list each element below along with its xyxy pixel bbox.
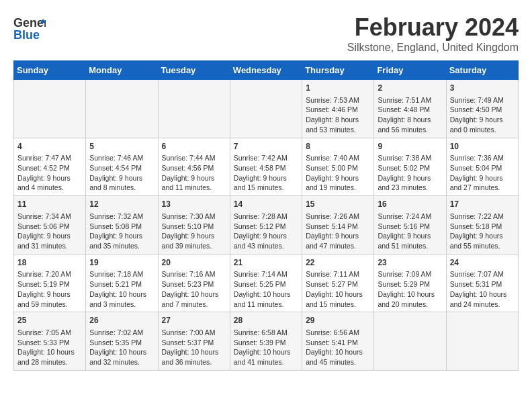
day-info: Sunrise: 7:11 AM (306, 269, 370, 279)
day-info: Sunrise: 7:40 AM (306, 153, 370, 163)
day-info: Sunset: 4:46 PM (306, 105, 370, 115)
calendar-cell: 20Sunrise: 7:16 AMSunset: 5:23 PMDayligh… (158, 254, 230, 312)
day-info: Daylight: 10 hours and 28 minutes. (17, 347, 82, 367)
day-number: 9 (378, 141, 442, 152)
day-info: Sunset: 5:12 PM (234, 222, 298, 232)
day-number: 1 (306, 83, 370, 94)
header-cell-saturday: Saturday (446, 61, 518, 80)
day-info: Sunrise: 7:20 AM (17, 269, 82, 279)
day-info: Sunrise: 7:44 AM (162, 153, 226, 163)
calendar-week-row: 25Sunrise: 7:05 AMSunset: 5:33 PMDayligh… (14, 312, 519, 371)
day-info: Sunset: 5:25 PM (234, 279, 298, 289)
page-subtitle: Silkstone, England, United Kingdom (347, 42, 519, 54)
calendar-week-row: 1Sunrise: 7:53 AMSunset: 4:46 PMDaylight… (14, 80, 519, 138)
calendar-cell: 9Sunrise: 7:38 AMSunset: 5:02 PMDaylight… (374, 138, 446, 196)
calendar-body: 1Sunrise: 7:53 AMSunset: 4:46 PMDaylight… (14, 80, 519, 371)
day-info: Sunset: 5:35 PM (89, 338, 154, 348)
day-number: 22 (306, 257, 370, 269)
day-number: 27 (162, 315, 226, 326)
day-number: 24 (450, 257, 515, 269)
day-info: Sunset: 5:31 PM (450, 279, 515, 289)
day-info: Sunset: 5:27 PM (306, 279, 370, 289)
day-info: Daylight: 9 hours and 11 minutes. (162, 173, 226, 193)
calendar-cell: 22Sunrise: 7:11 AMSunset: 5:27 PMDayligh… (302, 254, 374, 312)
day-number: 25 (17, 315, 82, 326)
day-info: Sunset: 5:18 PM (450, 222, 515, 232)
calendar-week-row: 4Sunrise: 7:47 AMSunset: 4:52 PMDaylight… (14, 138, 519, 196)
calendar-cell: 28Sunrise: 6:58 AMSunset: 5:39 PMDayligh… (230, 312, 302, 371)
day-info: Sunrise: 7:49 AM (450, 95, 515, 105)
day-info: Sunset: 5:00 PM (306, 163, 370, 173)
day-info: Sunrise: 7:34 AM (17, 212, 82, 222)
day-number: 11 (17, 199, 82, 210)
day-info: Sunrise: 7:32 AM (89, 212, 154, 222)
day-info: Sunrise: 7:53 AM (306, 95, 370, 105)
day-number: 20 (162, 257, 226, 269)
day-info: Daylight: 9 hours and 55 minutes. (450, 231, 515, 250)
day-info: Sunset: 5:02 PM (378, 163, 442, 173)
title-area: February 2024 Silkstone, England, United… (347, 13, 519, 54)
day-info: Sunset: 5:14 PM (306, 222, 370, 232)
calendar-cell: 24Sunrise: 7:07 AMSunset: 5:31 PMDayligh… (446, 254, 518, 312)
day-info: Daylight: 9 hours and 19 minutes. (306, 173, 370, 193)
day-info: Sunrise: 7:14 AM (234, 269, 298, 279)
day-info: Sunrise: 7:22 AM (450, 212, 515, 222)
day-info: Sunset: 4:56 PM (162, 163, 226, 173)
calendar-cell: 15Sunrise: 7:26 AMSunset: 5:14 PMDayligh… (302, 196, 374, 255)
day-info: Sunrise: 7:38 AM (378, 153, 442, 163)
day-info: Daylight: 10 hours and 7 minutes. (162, 289, 226, 309)
header-cell-tuesday: Tuesday (158, 61, 230, 80)
day-info: Sunrise: 7:26 AM (306, 212, 370, 222)
calendar-cell: 21Sunrise: 7:14 AMSunset: 5:25 PMDayligh… (230, 254, 302, 312)
calendar-week-row: 11Sunrise: 7:34 AMSunset: 5:06 PMDayligh… (14, 196, 519, 255)
day-info: Daylight: 9 hours and 39 minutes. (162, 231, 226, 250)
day-info: Daylight: 9 hours and 31 minutes. (17, 231, 82, 250)
calendar-cell (446, 312, 518, 371)
day-number: 13 (162, 199, 226, 210)
day-info: Sunrise: 7:42 AM (234, 153, 298, 163)
day-info: Daylight: 9 hours and 43 minutes. (234, 231, 298, 250)
day-info: Sunset: 4:50 PM (450, 105, 515, 115)
day-info: Sunrise: 7:30 AM (162, 212, 226, 222)
day-number: 18 (17, 257, 82, 269)
day-info: Sunset: 5:04 PM (450, 163, 515, 173)
day-number: 8 (306, 141, 370, 152)
day-info: Sunset: 4:54 PM (89, 163, 154, 173)
day-info: Sunset: 5:16 PM (378, 222, 442, 232)
day-number: 26 (89, 315, 154, 326)
day-info: Sunrise: 7:02 AM (89, 328, 154, 338)
day-number: 10 (450, 141, 515, 152)
day-number: 4 (17, 141, 82, 152)
day-info: Daylight: 10 hours and 45 minutes. (306, 347, 370, 367)
day-info: Sunset: 4:48 PM (378, 105, 442, 115)
day-number: 12 (89, 199, 154, 210)
day-number: 2 (378, 83, 442, 94)
day-info: Sunrise: 7:24 AM (378, 212, 442, 222)
calendar-cell: 23Sunrise: 7:09 AMSunset: 5:29 PMDayligh… (374, 254, 446, 312)
day-info: Daylight: 10 hours and 24 minutes. (450, 289, 515, 309)
day-info: Daylight: 10 hours and 3 minutes. (89, 289, 154, 309)
day-info: Sunrise: 7:46 AM (89, 153, 154, 163)
day-info: Sunset: 5:19 PM (17, 279, 82, 289)
day-info: Daylight: 9 hours and 27 minutes. (450, 173, 515, 193)
header-cell-sunday: Sunday (14, 61, 86, 80)
calendar-cell: 18Sunrise: 7:20 AMSunset: 5:19 PMDayligh… (14, 254, 86, 312)
day-info: Sunset: 5:37 PM (162, 338, 226, 348)
calendar-table: SundayMondayTuesdayWednesdayThursdayFrid… (13, 60, 519, 371)
calendar-cell: 6Sunrise: 7:44 AMSunset: 4:56 PMDaylight… (158, 138, 230, 196)
day-number: 3 (450, 83, 515, 94)
calendar-cell: 11Sunrise: 7:34 AMSunset: 5:06 PMDayligh… (14, 196, 86, 255)
calendar-week-row: 18Sunrise: 7:20 AMSunset: 5:19 PMDayligh… (14, 254, 519, 312)
calendar-cell: 1Sunrise: 7:53 AMSunset: 4:46 PMDaylight… (302, 80, 374, 138)
day-number: 28 (234, 315, 298, 326)
calendar-cell: 5Sunrise: 7:46 AMSunset: 4:54 PMDaylight… (86, 138, 158, 196)
day-number: 5 (89, 141, 154, 152)
day-info: Daylight: 9 hours and 35 minutes. (89, 231, 154, 250)
header-cell-wednesday: Wednesday (230, 61, 302, 80)
day-info: Sunset: 5:39 PM (234, 338, 298, 348)
calendar-cell: 12Sunrise: 7:32 AMSunset: 5:08 PMDayligh… (86, 196, 158, 255)
calendar-cell: 19Sunrise: 7:18 AMSunset: 5:21 PMDayligh… (86, 254, 158, 312)
day-info: Daylight: 10 hours and 36 minutes. (162, 347, 226, 367)
calendar-cell (158, 80, 230, 138)
day-info: Daylight: 8 hours and 56 minutes. (378, 115, 442, 134)
